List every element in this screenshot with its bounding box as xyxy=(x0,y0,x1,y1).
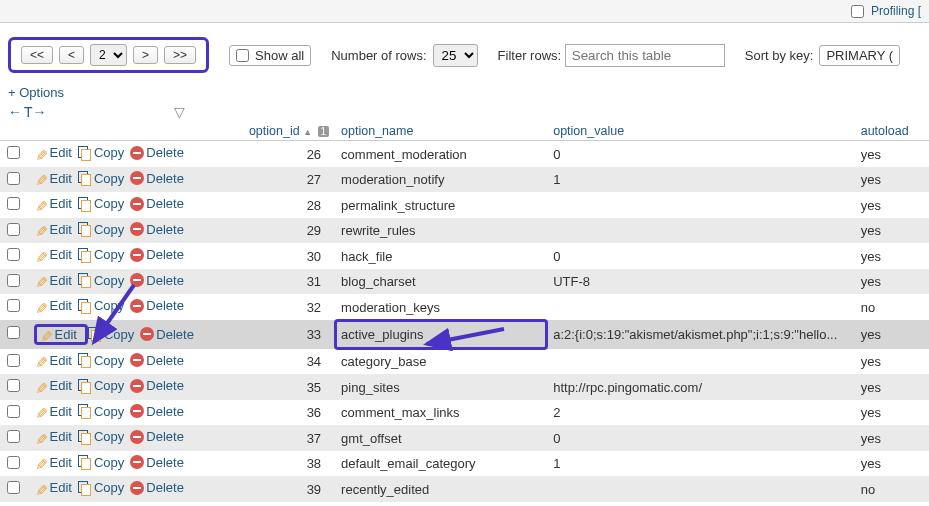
cell-option-name: moderation_notify xyxy=(335,167,547,193)
table-row: EditCopyDelete35ping_siteshttp://rpc.pin… xyxy=(0,374,929,400)
copy-button[interactable]: Copy xyxy=(78,273,124,288)
delete-button[interactable]: Delete xyxy=(140,327,194,342)
row-actions: EditCopyDelete xyxy=(28,400,221,426)
row-checkbox[interactable] xyxy=(7,146,20,159)
row-checkbox[interactable] xyxy=(7,172,20,185)
delete-button[interactable]: Delete xyxy=(130,247,184,262)
col-option-value[interactable]: option_value xyxy=(547,122,855,141)
edit-button[interactable]: Edit xyxy=(39,327,77,342)
show-all-control[interactable]: Show all xyxy=(229,45,311,66)
delete-button[interactable]: Delete xyxy=(130,429,184,444)
copy-button[interactable]: Copy xyxy=(78,196,124,211)
copy-button[interactable]: Copy xyxy=(78,455,124,470)
copy-button[interactable]: Copy xyxy=(78,171,124,186)
copy-button[interactable]: Copy xyxy=(88,327,134,342)
pencil-icon xyxy=(34,146,48,160)
edit-button[interactable]: Edit xyxy=(34,171,72,186)
delete-icon xyxy=(130,273,144,287)
row-checkbox[interactable] xyxy=(7,299,20,312)
delete-button[interactable]: Delete xyxy=(130,171,184,186)
cell-autoload: yes xyxy=(855,167,929,193)
pencil-icon xyxy=(34,481,48,495)
num-rows-control: Number of rows: 25 xyxy=(331,44,477,67)
profiling-checkbox[interactable] xyxy=(851,5,864,18)
copy-button[interactable]: Copy xyxy=(78,247,124,262)
pencil-icon xyxy=(34,404,48,418)
col-left-icon[interactable]: ← xyxy=(8,104,22,120)
table-row: EditCopyDelete34category_baseyes xyxy=(0,349,929,375)
row-checkbox[interactable] xyxy=(7,223,20,236)
copy-button[interactable]: Copy xyxy=(78,429,124,444)
row-checkbox[interactable] xyxy=(7,456,20,469)
delete-button[interactable]: Delete xyxy=(130,196,184,211)
row-checkbox[interactable] xyxy=(7,379,20,392)
delete-icon xyxy=(130,455,144,469)
prev-page-button[interactable]: < xyxy=(59,46,84,64)
copy-button[interactable]: Copy xyxy=(78,222,124,237)
col-option-id[interactable]: option_id ▲ 1 xyxy=(221,122,336,141)
copy-button[interactable]: Copy xyxy=(78,145,124,160)
delete-button[interactable]: Delete xyxy=(130,353,184,368)
delete-icon xyxy=(130,481,144,495)
next-page-button[interactable]: > xyxy=(133,46,158,64)
cell-option-value xyxy=(547,192,855,218)
edit-button[interactable]: Edit xyxy=(34,222,72,237)
edit-button[interactable]: Edit xyxy=(34,145,72,160)
edit-button[interactable]: Edit xyxy=(34,404,72,419)
page-select[interactable]: 2 xyxy=(90,44,127,66)
col-autoload[interactable]: autoload xyxy=(855,122,929,141)
sort-by-select[interactable]: PRIMARY ( xyxy=(819,45,900,66)
copy-button[interactable]: Copy xyxy=(78,298,124,313)
row-checkbox[interactable] xyxy=(7,274,20,287)
edit-button[interactable]: Edit xyxy=(34,273,72,288)
edit-button[interactable]: Edit xyxy=(34,455,72,470)
edit-button[interactable]: Edit xyxy=(34,429,72,444)
row-checkbox[interactable] xyxy=(7,430,20,443)
delete-button[interactable]: Delete xyxy=(130,298,184,313)
edit-button[interactable]: Edit xyxy=(34,247,72,262)
delete-button[interactable]: Delete xyxy=(130,455,184,470)
copy-button[interactable]: Copy xyxy=(78,480,124,495)
edit-button[interactable]: Edit xyxy=(34,353,72,368)
delete-button[interactable]: Delete xyxy=(130,404,184,419)
delete-button-label: Delete xyxy=(146,171,184,186)
delete-button[interactable]: Delete xyxy=(130,145,184,160)
first-page-button[interactable]: << xyxy=(21,46,53,64)
cell-option-value: 1 xyxy=(547,451,855,477)
delete-button[interactable]: Delete xyxy=(130,273,184,288)
row-checkbox[interactable] xyxy=(7,354,20,367)
delete-button[interactable]: Delete xyxy=(130,222,184,237)
delete-button-label: Delete xyxy=(156,327,194,342)
col-dropdown-icon[interactable]: ▽ xyxy=(174,104,185,120)
filter-rows-control: Filter rows: xyxy=(498,44,725,67)
edit-button[interactable]: Edit xyxy=(34,298,72,313)
highlighted-edit: Edit xyxy=(34,324,88,345)
row-checkbox[interactable] xyxy=(7,405,20,418)
copy-button[interactable]: Copy xyxy=(78,378,124,393)
show-all-checkbox[interactable] xyxy=(236,49,249,62)
cell-autoload: yes xyxy=(855,425,929,451)
col-option-name[interactable]: option_name xyxy=(335,122,547,141)
row-actions: EditCopyDelete xyxy=(28,374,221,400)
copy-button[interactable]: Copy xyxy=(78,353,124,368)
col-expand-icon[interactable]: T xyxy=(24,104,31,120)
edit-button[interactable]: Edit xyxy=(34,196,72,211)
col-right-icon[interactable]: → xyxy=(33,104,47,120)
table-row: EditCopyDelete29rewrite_rulesyes xyxy=(0,218,929,244)
row-checkbox[interactable] xyxy=(7,197,20,210)
edit-button[interactable]: Edit xyxy=(34,480,72,495)
filter-input[interactable] xyxy=(565,44,725,67)
row-checkbox[interactable] xyxy=(7,481,20,494)
topbar: Profiling [ xyxy=(0,0,929,23)
last-page-button[interactable]: >> xyxy=(164,46,196,64)
delete-button[interactable]: Delete xyxy=(130,378,184,393)
edit-button[interactable]: Edit xyxy=(34,378,72,393)
row-checkbox[interactable] xyxy=(7,326,20,339)
num-rows-select[interactable]: 25 xyxy=(433,44,478,67)
row-checkbox[interactable] xyxy=(7,248,20,261)
cell-option-value xyxy=(547,349,855,375)
copy-button[interactable]: Copy xyxy=(78,404,124,419)
row-actions: EditCopyDelete xyxy=(28,320,221,349)
options-link[interactable]: + Options xyxy=(0,81,72,104)
delete-button[interactable]: Delete xyxy=(130,480,184,495)
